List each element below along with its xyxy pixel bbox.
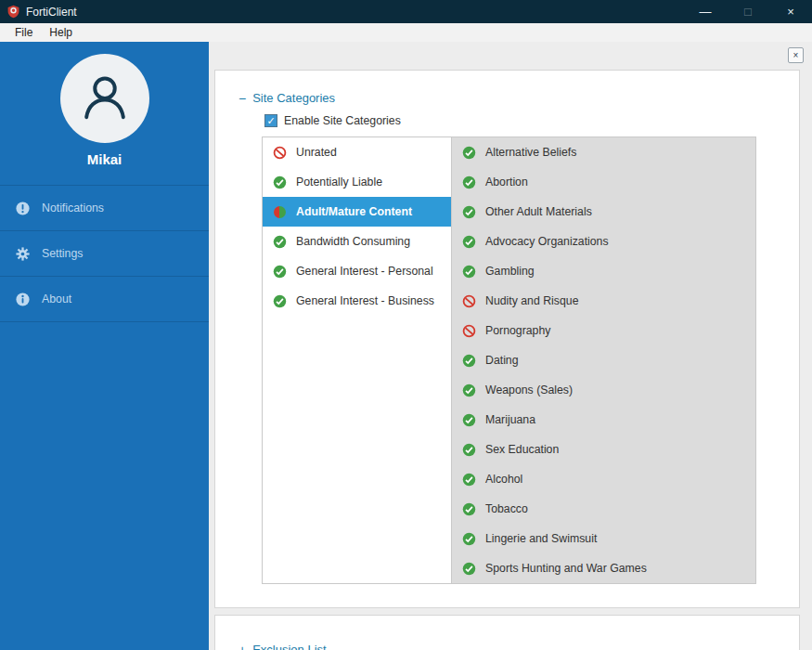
exclusion-list-title: Exclusion List — [252, 643, 326, 650]
enable-site-categories-row[interactable]: Enable Site Categories — [264, 114, 799, 127]
subcategory-item-alcohol[interactable]: Alcohol — [452, 464, 755, 494]
category-item-adult-mature-content[interactable]: Adult/Mature Content — [263, 197, 451, 227]
category-item-general-interest-personal[interactable]: General Interest - Personal — [263, 256, 451, 286]
subcategory-item-weapons-sales[interactable]: Weapons (Sales) — [452, 375, 755, 405]
info-icon — [12, 292, 33, 307]
site-categories-header: − Site Categories — [238, 91, 799, 105]
subcategory-item-abortion[interactable]: Abortion — [452, 167, 755, 197]
exclusion-list-header: + Exclusion List — [238, 643, 799, 650]
close-button[interactable]: × — [769, 0, 812, 23]
row-label: Alcohol — [485, 473, 522, 486]
allowed-icon — [462, 562, 476, 576]
menubar: File Help — [0, 23, 812, 42]
allowed-icon — [462, 265, 476, 279]
panel-close-button[interactable]: × — [788, 47, 804, 63]
allowed-icon — [462, 176, 476, 189]
subcategory-item-alternative-beliefs[interactable]: Alternative Beliefs — [452, 137, 755, 167]
allowed-icon — [462, 384, 476, 397]
gear-icon — [12, 246, 33, 262]
allowed-icon — [273, 176, 287, 189]
category-item-general-interest-business[interactable]: General Interest - Business — [263, 286, 451, 316]
category-lists: UnratedPotentially LiableAdult/Mature Co… — [262, 136, 756, 584]
row-label: General Interest - Personal — [296, 265, 433, 278]
row-label: Adult/Mature Content — [296, 205, 412, 218]
allowed-icon — [462, 354, 476, 368]
row-label: Potentially Liable — [296, 176, 382, 188]
sidebar-item-label: Settings — [42, 247, 83, 260]
subcategory-item-pornography[interactable]: Pornography — [452, 316, 755, 345]
category-item-bandwidth-consuming[interactable]: Bandwidth Consuming — [263, 227, 451, 256]
allowed-icon — [462, 443, 476, 457]
row-label: Sports Hunting and War Games — [485, 562, 647, 575]
sidebar-item-notifications[interactable]: Notifications — [0, 185, 209, 230]
window-title: FortiClient — [26, 6, 77, 19]
allowed-icon — [462, 235, 476, 249]
enable-site-categories-checkbox[interactable] — [264, 114, 277, 127]
allowed-icon — [462, 473, 476, 487]
sidebar-item-about[interactable]: About — [0, 276, 209, 321]
titlebar: FortiClient — □ × — [0, 0, 812, 23]
row-label: Marijuana — [485, 413, 535, 426]
blocked-icon — [462, 324, 476, 338]
blocked-icon — [462, 294, 476, 308]
subcategory-list: Alternative BeliefsAbortionOther Adult M… — [452, 136, 756, 584]
row-label: Sex Education — [485, 443, 559, 456]
row-label: Tobacco — [485, 502, 528, 515]
subcategory-item-lingerie-and-swimsuit[interactable]: Lingerie and Swimsuit — [452, 524, 755, 553]
row-label: Bandwidth Consuming — [296, 235, 410, 248]
subcategory-item-advocacy-organizations[interactable]: Advocacy Organizations — [452, 227, 755, 256]
forticlient-logo-icon — [6, 5, 20, 19]
allowed-icon — [462, 502, 476, 516]
allowed-icon — [462, 146, 476, 160]
window-controls: — □ × — [684, 0, 812, 23]
enable-site-categories-label: Enable Site Categories — [284, 114, 401, 127]
subcategory-item-sex-education[interactable]: Sex Education — [452, 435, 755, 464]
row-label: Abortion — [485, 176, 528, 188]
sidebar-item-label: About — [42, 292, 71, 306]
allowed-icon — [462, 532, 476, 546]
sidebar-item-label: Notifications — [42, 202, 104, 214]
subcategory-item-tobacco[interactable]: Tobacco — [452, 494, 755, 524]
user-icon — [79, 71, 131, 126]
row-label: Weapons (Sales) — [485, 384, 573, 396]
allowed-icon — [273, 294, 287, 308]
allowed-icon — [273, 265, 287, 279]
blocked-icon — [273, 146, 287, 160]
site-categories-title: Site Categories — [252, 91, 335, 105]
category-item-potentially-liable[interactable]: Potentially Liable — [263, 167, 451, 197]
allowed-icon — [462, 413, 476, 427]
sidebar-item-settings[interactable]: Settings — [0, 230, 209, 276]
subcategory-item-sports-hunting-and-war-games[interactable]: Sports Hunting and War Games — [452, 553, 755, 583]
menu-file[interactable]: File — [6, 26, 41, 39]
allowed-icon — [462, 205, 476, 219]
exclusion-list-panel: + Exclusion List — [214, 615, 800, 650]
collapse-icon[interactable]: − — [238, 92, 246, 105]
row-label: Nudity and Risque — [485, 294, 578, 307]
sidebar-nav-utility: NotificationsSettingsAbout — [0, 185, 209, 322]
sidebar: Mikai COMPLIANCE & TELEMETRYMALWARE PROT… — [0, 42, 209, 650]
row-label: General Interest - Business — [296, 294, 434, 307]
subcategory-item-nudity-and-risque[interactable]: Nudity and Risque — [452, 286, 755, 316]
row-label: Pornography — [485, 324, 550, 337]
expand-icon[interactable]: + — [238, 644, 246, 650]
subcategory-item-gambling[interactable]: Gambling — [452, 256, 755, 286]
category-item-unrated[interactable]: Unrated — [263, 137, 451, 167]
subcategory-item-dating[interactable]: Dating — [452, 345, 755, 375]
alert-icon — [12, 201, 33, 216]
username: Mikai — [0, 151, 209, 167]
row-label: Alternative Beliefs — [485, 146, 576, 159]
avatar — [60, 54, 149, 143]
subcategory-item-other-adult-materials[interactable]: Other Adult Materials — [452, 197, 755, 227]
maximize-button[interactable]: □ — [727, 0, 769, 23]
row-label: Other Adult Materials — [485, 205, 592, 218]
menu-help[interactable]: Help — [41, 26, 81, 39]
mixed-icon — [273, 205, 287, 219]
row-label: Gambling — [485, 265, 535, 278]
row-label: Lingerie and Swimsuit — [485, 532, 597, 545]
subcategory-item-marijuana[interactable]: Marijuana — [452, 405, 755, 435]
row-label: Dating — [485, 354, 519, 367]
site-categories-panel: − Site Categories Enable Site Categories… — [214, 70, 800, 608]
allowed-icon — [273, 235, 287, 249]
minimize-button[interactable]: — — [684, 0, 727, 23]
category-list: UnratedPotentially LiableAdult/Mature Co… — [262, 136, 452, 584]
